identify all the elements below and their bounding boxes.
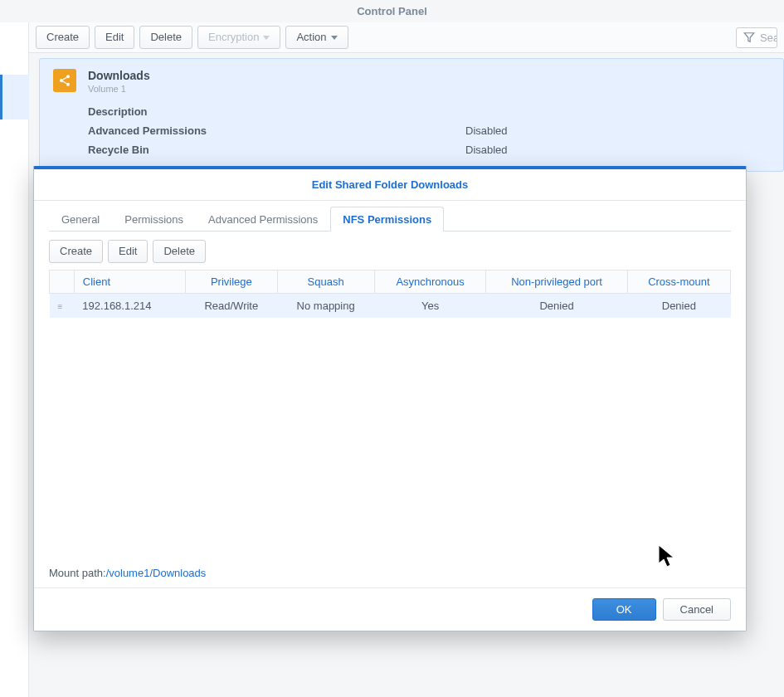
col-nonpriv[interactable]: Non-privileged port xyxy=(486,271,627,294)
chevron-down-icon xyxy=(263,36,270,40)
folder-volume: Volume 1 xyxy=(88,84,150,94)
app-title: Control Panel xyxy=(0,0,784,22)
folder-card[interactable]: Downloads Volume 1 Description Advanced … xyxy=(39,58,784,172)
cancel-button[interactable]: Cancel xyxy=(663,598,731,621)
edit-shared-folder-dialog: Edit Shared Folder Downloads General Per… xyxy=(33,166,747,631)
folder-name: Downloads xyxy=(88,69,150,82)
create-button[interactable]: Create xyxy=(36,26,90,49)
edit-button[interactable]: Edit xyxy=(95,26,134,49)
svg-point-2 xyxy=(60,79,63,82)
nfs-delete-button[interactable]: Delete xyxy=(153,240,206,263)
search-placeholder: Sea xyxy=(760,32,777,44)
mount-path-label: Mount path: xyxy=(49,567,106,579)
prop-recycle-value: Disabled xyxy=(465,144,508,156)
shared-folder-icon xyxy=(53,69,76,92)
search-input[interactable]: Sea xyxy=(736,27,777,48)
prop-description-label: Description xyxy=(88,105,465,118)
svg-point-1 xyxy=(66,75,70,78)
col-cross[interactable]: Cross-mount xyxy=(627,271,730,294)
nfs-edit-button[interactable]: Edit xyxy=(108,240,148,263)
nfs-create-button[interactable]: Create xyxy=(49,240,103,263)
sidebar xyxy=(0,22,29,697)
cell-cross: Denied xyxy=(627,294,730,319)
cell-async: Yes xyxy=(374,294,486,319)
dialog-tabs: General Permissions Advanced Permissions… xyxy=(34,206,746,231)
dialog-title: Edit Shared Folder Downloads xyxy=(34,169,746,201)
delete-button[interactable]: Delete xyxy=(139,26,192,49)
cell-squash: No mapping xyxy=(277,294,374,319)
col-squash[interactable]: Squash xyxy=(277,271,374,294)
tab-permissions[interactable]: Permissions xyxy=(112,207,196,232)
chevron-down-icon xyxy=(331,36,338,40)
svg-marker-0 xyxy=(744,33,754,42)
col-privilege[interactable]: Privilege xyxy=(186,271,277,294)
mount-path-value: /volume1/Downloads xyxy=(106,567,207,579)
sidebar-active-item[interactable] xyxy=(0,75,29,119)
svg-point-3 xyxy=(66,83,70,86)
encryption-dropdown: Encryption xyxy=(197,26,280,49)
prop-advperm-value: Disabled xyxy=(465,124,508,137)
cell-nonpriv: Denied xyxy=(486,294,627,319)
svg-line-4 xyxy=(63,77,67,80)
tab-nfs-permissions[interactable]: NFS Permissions xyxy=(330,207,444,232)
drag-handle-icon[interactable]: ≡ xyxy=(58,302,66,311)
main-toolbar: Create Edit Delete Encryption Action Sea xyxy=(29,22,784,53)
nfs-permissions-table: Client Privilege Squash Asynchronous Non… xyxy=(49,270,731,318)
ok-button[interactable]: OK xyxy=(592,598,656,621)
svg-line-5 xyxy=(63,81,67,84)
filter-icon xyxy=(743,32,755,43)
prop-advperm-label: Advanced Permissions xyxy=(88,124,465,137)
table-row[interactable]: ≡ 192.168.1.214 Read/Write No mapping Ye… xyxy=(50,294,731,319)
cell-client: 192.168.1.214 xyxy=(74,294,185,319)
tab-advanced-permissions[interactable]: Advanced Permissions xyxy=(196,207,330,232)
prop-recycle-label: Recycle Bin xyxy=(88,144,465,156)
col-async[interactable]: Asynchronous xyxy=(374,271,486,294)
tab-general[interactable]: General xyxy=(49,207,112,232)
cell-privilege: Read/Write xyxy=(186,294,277,319)
col-client[interactable]: Client xyxy=(74,271,185,294)
mount-path: Mount path:/volume1/Downloads xyxy=(34,558,746,588)
action-dropdown[interactable]: Action xyxy=(285,26,348,49)
